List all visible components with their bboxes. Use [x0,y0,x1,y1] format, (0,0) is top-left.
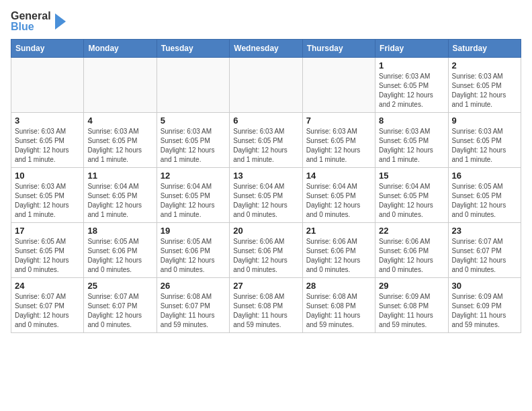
calendar-day-cell: 12Sunrise: 6:04 AM Sunset: 6:05 PM Dayli… [157,168,229,223]
day-number: 26 [161,281,226,291]
weekday-header: Wednesday [230,40,302,58]
day-info: Sunrise: 6:06 AM Sunset: 6:06 PM Dayligh… [306,237,371,275]
calendar-day-cell: 24Sunrise: 6:07 AM Sunset: 6:07 PM Dayli… [11,278,84,333]
calendar-day-cell: 2Sunrise: 6:03 AM Sunset: 6:05 PM Daylig… [448,58,521,113]
day-info: Sunrise: 6:06 AM Sunset: 6:06 PM Dayligh… [233,237,298,275]
calendar-day-cell: 18Sunrise: 6:05 AM Sunset: 6:06 PM Dayli… [84,223,157,278]
day-info: Sunrise: 6:08 AM Sunset: 6:07 PM Dayligh… [161,292,226,330]
calendar-day-cell: 30Sunrise: 6:09 AM Sunset: 6:09 PM Dayli… [448,278,521,333]
calendar-day-cell: 6Sunrise: 6:03 AM Sunset: 6:05 PM Daylig… [230,113,302,168]
calendar-day-cell: 10Sunrise: 6:03 AM Sunset: 6:05 PM Dayli… [11,168,84,223]
day-number: 30 [452,281,517,291]
day-number: 19 [161,226,226,236]
calendar-day-cell: 17Sunrise: 6:05 AM Sunset: 6:05 PM Dayli… [11,223,84,278]
calendar-day-cell: 15Sunrise: 6:04 AM Sunset: 6:05 PM Dayli… [375,168,448,223]
day-info: Sunrise: 6:04 AM Sunset: 6:05 PM Dayligh… [87,182,152,220]
day-info: Sunrise: 6:09 AM Sunset: 6:09 PM Dayligh… [452,292,517,330]
calendar-day-cell [302,58,375,113]
calendar-day-cell [84,58,157,113]
weekday-header: Monday [84,40,157,58]
day-info: Sunrise: 6:04 AM Sunset: 6:05 PM Dayligh… [161,182,226,220]
day-number: 6 [233,116,298,126]
logo: GeneralBlue [11,11,67,32]
day-number: 13 [233,171,298,181]
day-number: 10 [15,171,80,181]
weekday-header-row: SundayMondayTuesdayWednesdayThursdayFrid… [11,40,521,58]
day-number: 28 [306,281,371,291]
day-info: Sunrise: 6:08 AM Sunset: 6:08 PM Dayligh… [233,292,298,330]
day-info: Sunrise: 6:03 AM Sunset: 6:05 PM Dayligh… [379,72,444,109]
day-number: 16 [452,171,517,181]
day-number: 27 [233,281,298,291]
day-info: Sunrise: 6:04 AM Sunset: 6:05 PM Dayligh… [233,182,298,220]
day-info: Sunrise: 6:03 AM Sunset: 6:05 PM Dayligh… [15,182,80,220]
day-number: 1 [379,60,444,71]
weekday-header: Sunday [11,40,84,58]
day-number: 3 [15,116,80,126]
day-number: 2 [452,60,517,71]
calendar-day-cell: 28Sunrise: 6:08 AM Sunset: 6:08 PM Dayli… [302,278,375,333]
calendar-day-cell: 8Sunrise: 6:03 AM Sunset: 6:05 PM Daylig… [375,113,448,168]
day-info: Sunrise: 6:03 AM Sunset: 6:05 PM Dayligh… [161,127,226,165]
calendar-day-cell: 23Sunrise: 6:07 AM Sunset: 6:07 PM Dayli… [448,223,521,278]
calendar-day-cell: 9Sunrise: 6:03 AM Sunset: 6:05 PM Daylig… [448,113,521,168]
weekday-header: Saturday [448,40,521,58]
day-info: Sunrise: 6:05 AM Sunset: 6:05 PM Dayligh… [452,182,517,220]
calendar-day-cell: 14Sunrise: 6:04 AM Sunset: 6:05 PM Dayli… [302,168,375,223]
page-header: GeneralBlue [11,11,521,32]
day-info: Sunrise: 6:04 AM Sunset: 6:05 PM Dayligh… [306,182,371,220]
calendar-day-cell [230,58,302,113]
day-info: Sunrise: 6:08 AM Sunset: 6:08 PM Dayligh… [306,292,371,330]
weekday-header: Friday [375,40,448,58]
day-number: 7 [306,116,371,126]
day-info: Sunrise: 6:04 AM Sunset: 6:05 PM Dayligh… [379,182,444,220]
day-info: Sunrise: 6:03 AM Sunset: 6:05 PM Dayligh… [379,127,444,165]
day-number: 29 [379,281,444,291]
calendar-day-cell [11,58,84,113]
day-number: 24 [15,281,80,291]
calendar-day-cell: 3Sunrise: 6:03 AM Sunset: 6:05 PM Daylig… [11,113,84,168]
day-info: Sunrise: 6:09 AM Sunset: 6:08 PM Dayligh… [379,292,444,330]
day-info: Sunrise: 6:03 AM Sunset: 6:05 PM Dayligh… [306,127,371,165]
weekday-header: Thursday [302,40,375,58]
weekday-header: Tuesday [157,40,229,58]
calendar-week-row: 3Sunrise: 6:03 AM Sunset: 6:05 PM Daylig… [11,113,521,168]
calendar-day-cell: 27Sunrise: 6:08 AM Sunset: 6:08 PM Dayli… [230,278,302,333]
day-number: 23 [452,226,517,236]
day-info: Sunrise: 6:03 AM Sunset: 6:05 PM Dayligh… [452,127,517,165]
calendar-day-cell: 26Sunrise: 6:08 AM Sunset: 6:07 PM Dayli… [157,278,229,333]
calendar-day-cell: 5Sunrise: 6:03 AM Sunset: 6:05 PM Daylig… [157,113,229,168]
day-number: 11 [87,171,152,181]
calendar-day-cell: 4Sunrise: 6:03 AM Sunset: 6:05 PM Daylig… [84,113,157,168]
calendar-week-row: 10Sunrise: 6:03 AM Sunset: 6:05 PM Dayli… [11,168,521,223]
calendar-week-row: 17Sunrise: 6:05 AM Sunset: 6:05 PM Dayli… [11,223,521,278]
calendar-day-cell: 22Sunrise: 6:06 AM Sunset: 6:06 PM Dayli… [375,223,448,278]
day-info: Sunrise: 6:07 AM Sunset: 6:07 PM Dayligh… [15,292,80,330]
svg-marker-0 [55,13,66,30]
day-info: Sunrise: 6:05 AM Sunset: 6:05 PM Dayligh… [15,237,80,275]
calendar-day-cell: 29Sunrise: 6:09 AM Sunset: 6:08 PM Dayli… [375,278,448,333]
calendar-week-row: 1Sunrise: 6:03 AM Sunset: 6:05 PM Daylig… [11,58,521,113]
day-number: 21 [306,226,371,236]
day-number: 9 [452,116,517,126]
day-number: 25 [87,281,152,291]
day-number: 22 [379,226,444,236]
calendar-day-cell: 19Sunrise: 6:05 AM Sunset: 6:06 PM Dayli… [157,223,229,278]
day-info: Sunrise: 6:05 AM Sunset: 6:06 PM Dayligh… [87,237,152,275]
day-number: 14 [306,171,371,181]
calendar-table: SundayMondayTuesdayWednesdayThursdayFrid… [11,39,521,333]
calendar-day-cell: 25Sunrise: 6:07 AM Sunset: 6:07 PM Dayli… [84,278,157,333]
day-info: Sunrise: 6:03 AM Sunset: 6:05 PM Dayligh… [233,127,298,165]
day-info: Sunrise: 6:03 AM Sunset: 6:05 PM Dayligh… [87,127,152,165]
calendar-week-row: 24Sunrise: 6:07 AM Sunset: 6:07 PM Dayli… [11,278,521,333]
day-number: 12 [161,171,226,181]
day-number: 15 [379,171,444,181]
day-info: Sunrise: 6:07 AM Sunset: 6:07 PM Dayligh… [452,237,517,275]
calendar-day-cell: 21Sunrise: 6:06 AM Sunset: 6:06 PM Dayli… [302,223,375,278]
day-number: 20 [233,226,298,236]
calendar-day-cell: 1Sunrise: 6:03 AM Sunset: 6:05 PM Daylig… [375,58,448,113]
day-number: 17 [15,226,80,236]
day-info: Sunrise: 6:05 AM Sunset: 6:06 PM Dayligh… [161,237,226,275]
day-info: Sunrise: 6:03 AM Sunset: 6:05 PM Dayligh… [15,127,80,165]
day-info: Sunrise: 6:06 AM Sunset: 6:06 PM Dayligh… [379,237,444,275]
